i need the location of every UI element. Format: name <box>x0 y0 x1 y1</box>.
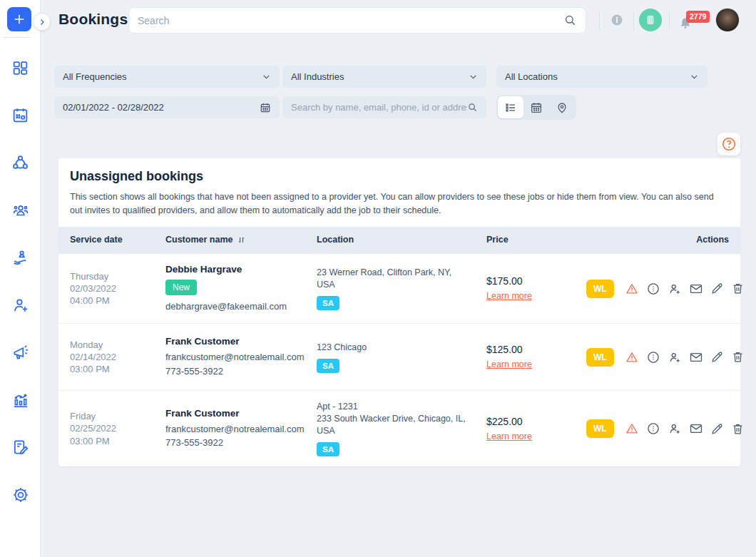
service-date-cell: Monday02/14/202203:00 PM <box>70 339 165 375</box>
search-icon[interactable] <box>467 102 478 113</box>
view-map-button[interactable] <box>549 96 575 118</box>
view-calendar-button[interactable] <box>523 96 549 118</box>
email-icon[interactable] <box>689 282 703 296</box>
sidebar <box>0 0 41 557</box>
delete-icon[interactable] <box>731 350 745 364</box>
sidebar-item-settings[interactable] <box>0 471 41 519</box>
col-customer-name: Customer name <box>165 235 233 245</box>
sidebar-item-reports[interactable] <box>0 377 41 424</box>
location-cell: 123 Chicago SA <box>317 342 486 373</box>
warning-icon[interactable] <box>625 282 639 296</box>
date-range-value: 02/01/2022 - 02/28/2022 <box>63 102 260 113</box>
sidebar-item-forms[interactable] <box>0 424 41 471</box>
sa-badge: SA <box>317 296 339 310</box>
assign-provider-icon[interactable] <box>668 421 682 436</box>
warning-icon[interactable] <box>625 421 639 436</box>
edit-icon[interactable] <box>710 282 724 295</box>
actions-cell: WL <box>586 419 745 438</box>
notification-count-badge: 2779 <box>686 11 710 23</box>
service-date-cell: Thursday02/03/202204:00 PM <box>70 270 165 307</box>
company-avatar[interactable] <box>639 9 662 31</box>
price-cell: $175.00 Learn more <box>486 275 586 302</box>
booking-search-input[interactable] <box>291 102 467 113</box>
calendar-view-icon <box>530 101 543 114</box>
price-cell: $225.00 Learn more <box>486 416 586 442</box>
sidebar-expand-button[interactable] <box>33 13 51 31</box>
delete-icon[interactable] <box>731 422 745 436</box>
industry-filter-dropdown[interactable]: All Industries <box>282 66 486 88</box>
waiting-list-badge[interactable]: WL <box>586 419 614 438</box>
plus-icon <box>12 12 26 26</box>
booking-search <box>282 96 486 118</box>
frequency-filter-value: All Frequencies <box>63 71 262 82</box>
sidebar-item-add-user[interactable] <box>0 282 41 329</box>
frequency-filter-dropdown[interactable]: All Frequencies <box>54 66 280 88</box>
learn-more-link[interactable]: Learn more <box>486 359 532 369</box>
chevron-right-icon <box>38 18 46 26</box>
section-description: This section shows all bookings that hav… <box>70 190 727 218</box>
list-view-icon <box>504 101 517 114</box>
email-icon[interactable] <box>689 350 703 364</box>
sidebar-item-dashboard[interactable] <box>0 44 41 92</box>
providers-icon <box>11 248 30 267</box>
edit-icon[interactable] <box>710 350 724 364</box>
location-cell: Apt - 1231 233 South Wacker Drive, Chica… <box>317 401 486 456</box>
customers-icon <box>11 201 30 220</box>
col-actions: Actions <box>586 235 729 245</box>
location-text: Apt - 1231 233 South Wacker Drive, Chica… <box>317 401 472 437</box>
details-icon[interactable] <box>646 421 660 436</box>
customer-name: Frank Customer <box>165 408 317 419</box>
location-text: 23 Werner Road, Clifton Park, NY, USA <box>317 267 472 291</box>
chevron-down-icon <box>690 72 699 81</box>
page-title: Bookings <box>58 11 128 28</box>
marketing-icon <box>11 343 30 362</box>
delete-icon[interactable] <box>731 282 745 295</box>
global-search-input[interactable] <box>138 15 563 26</box>
details-icon[interactable] <box>646 282 660 296</box>
table-row[interactable]: Thursday02/03/202204:00 PM Debbie Hargra… <box>58 253 740 324</box>
topbar-divider <box>599 11 600 30</box>
sidebar-divider <box>3 37 30 38</box>
sidebar-item-providers[interactable] <box>0 234 41 282</box>
customer-name: Debbie Hargrave <box>165 264 317 275</box>
edit-icon[interactable] <box>710 422 724 436</box>
assign-provider-icon[interactable] <box>668 282 682 296</box>
waiting-list-badge[interactable]: WL <box>586 280 614 298</box>
assign-provider-icon[interactable] <box>668 350 682 364</box>
email-icon[interactable] <box>689 421 703 436</box>
table-row[interactable]: Friday02/25/202203:00 PM Frank Customer … <box>58 390 740 466</box>
sidebar-item-teams[interactable] <box>0 139 41 187</box>
details-icon[interactable] <box>646 350 660 364</box>
waiting-list-badge[interactable]: WL <box>586 348 614 367</box>
sidebar-item-calendar[interactable] <box>0 92 41 140</box>
view-mode-toggle <box>496 95 576 120</box>
add-new-button[interactable] <box>7 7 31 31</box>
info-icon[interactable] <box>611 14 623 26</box>
sidebar-item-customers[interactable] <box>0 187 41 235</box>
learn-more-link[interactable]: Learn more <box>486 291 532 301</box>
actions-cell: WL <box>586 348 745 367</box>
profile-avatar[interactable] <box>715 8 740 32</box>
sort-icon[interactable] <box>237 235 246 245</box>
notifications-button[interactable]: 2779 <box>676 12 708 34</box>
customer-email: frankcustomer@notrealemail.com <box>165 350 317 364</box>
section-title: Unassigned bookings <box>70 169 729 184</box>
location-filter-dropdown[interactable]: All Locations <box>496 66 708 88</box>
help-button[interactable] <box>717 133 740 155</box>
col-price: Price <box>486 235 586 245</box>
table-row[interactable]: Monday02/14/202203:00 PM Frank Customer … <box>58 323 740 390</box>
sidebar-item-marketing[interactable] <box>0 329 41 377</box>
search-icon[interactable] <box>563 14 577 27</box>
view-list-button[interactable] <box>498 96 523 118</box>
warning-icon[interactable] <box>625 350 639 364</box>
map-pin-icon <box>556 101 568 114</box>
price-cell: $125.00 Learn more <box>486 344 586 370</box>
add-user-icon <box>11 296 30 315</box>
table-header: Service date Customer name Location Pric… <box>58 227 740 253</box>
customer-name: Frank Customer <box>165 336 317 347</box>
chevron-down-icon <box>469 72 478 81</box>
sidebar-nav <box>0 44 41 518</box>
learn-more-link[interactable]: Learn more <box>486 431 532 441</box>
customer-email: debhargrave@fakeemail.com <box>165 300 317 314</box>
date-range-picker[interactable]: 02/01/2022 - 02/28/2022 <box>54 96 280 118</box>
